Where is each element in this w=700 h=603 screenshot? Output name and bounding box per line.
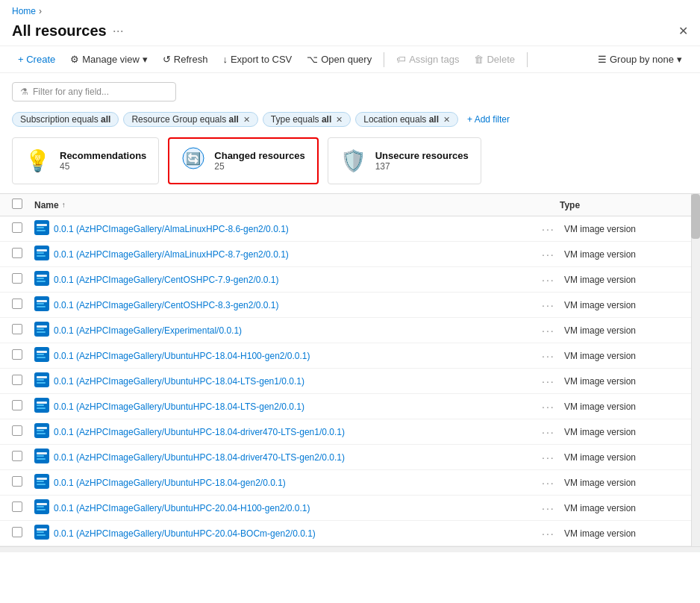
manage-view-chevron: ▾ bbox=[143, 54, 148, 65]
svg-rect-32 bbox=[37, 404, 44, 406]
recommendations-card[interactable]: 💡 Recommendations 45 bbox=[12, 137, 159, 184]
select-all-checkbox[interactable] bbox=[12, 199, 22, 209]
changed-resources-card[interactable]: 🔄 Changed resources 25 bbox=[168, 137, 318, 184]
row-name[interactable]: 0.0.1 (AzHPCImageGallery/CentOSHPC-8.3-g… bbox=[54, 300, 542, 310]
row-name[interactable]: 0.0.1 (AzHPCImageGallery/UbuntuHPC-18.04… bbox=[54, 376, 542, 387]
group-by-button[interactable]: ☰ Group by none ▾ bbox=[592, 51, 688, 68]
row-icon-cell bbox=[34, 347, 49, 364]
row-context-dots[interactable]: ··· bbox=[542, 426, 564, 438]
delete-button[interactable]: 🗑 Delete bbox=[468, 51, 521, 68]
svg-rect-13 bbox=[37, 281, 46, 282]
filter-input[interactable]: ⚗ Filter for any field... bbox=[12, 82, 176, 101]
row-context-dots[interactable]: ··· bbox=[542, 452, 564, 463]
row-type: VM image version bbox=[564, 478, 676, 488]
table-row[interactable]: 0.0.1 (AzHPCImageGallery/UbuntuHPC-18.04… bbox=[0, 394, 700, 419]
filter-tag-location-close[interactable]: ✕ bbox=[443, 115, 450, 125]
row-context-dots[interactable]: ··· bbox=[542, 528, 564, 540]
row-checkbox[interactable] bbox=[12, 349, 22, 360]
horizontal-scrollbar[interactable] bbox=[0, 546, 700, 552]
row-checkbox[interactable] bbox=[12, 400, 22, 410]
svg-rect-53 bbox=[37, 534, 46, 536]
row-checkbox-cell bbox=[12, 502, 34, 514]
unsecure-resources-title: Unsecure resources bbox=[375, 150, 469, 161]
row-checkbox[interactable] bbox=[12, 222, 22, 233]
scrollbar-thumb[interactable] bbox=[691, 194, 700, 239]
manage-view-label: Manage view bbox=[82, 54, 140, 65]
trash-icon: 🗑 bbox=[474, 54, 484, 65]
table-row[interactable]: 0.0.1 (AzHPCImageGallery/UbuntuHPC-18.04… bbox=[0, 445, 700, 470]
refresh-label: Refresh bbox=[174, 54, 208, 65]
page-title-ellipsis[interactable]: ··· bbox=[113, 23, 124, 39]
table-row[interactable]: 0.0.1 (AzHPCImageGallery/UbuntuHPC-20.04… bbox=[0, 521, 700, 546]
row-context-dots[interactable]: ··· bbox=[542, 375, 564, 387]
row-checkbox[interactable] bbox=[12, 451, 22, 461]
svg-rect-37 bbox=[37, 433, 46, 434]
row-name[interactable]: 0.0.1 (AzHPCImageGallery/UbuntuHPC-18.04… bbox=[54, 452, 542, 463]
svg-rect-51 bbox=[37, 528, 47, 531]
row-checkbox[interactable] bbox=[12, 375, 22, 385]
unsecure-resources-card[interactable]: 🛡️ Unsecure resources 137 bbox=[328, 137, 481, 184]
row-context-dots[interactable]: ··· bbox=[542, 223, 564, 235]
row-checkbox[interactable] bbox=[12, 248, 22, 258]
row-context-dots[interactable]: ··· bbox=[542, 249, 564, 260]
row-context-dots[interactable]: ··· bbox=[542, 502, 564, 514]
table-row[interactable]: 0.0.1 (AzHPCImageGallery/UbuntuHPC-18.04… bbox=[0, 419, 700, 445]
svg-rect-3 bbox=[37, 224, 47, 226]
row-name[interactable]: 0.0.1 (AzHPCImageGallery/UbuntuHPC-18.04… bbox=[54, 427, 542, 437]
header-name[interactable]: Name ↑ bbox=[34, 200, 560, 210]
row-name[interactable]: 0.0.1 (AzHPCImageGallery/AlmaLinuxHPC-8.… bbox=[54, 249, 542, 260]
row-checkbox[interactable] bbox=[12, 502, 22, 512]
table-row[interactable]: 0.0.1 (AzHPCImageGallery/Experimental/0.… bbox=[0, 318, 700, 343]
add-filter-button[interactable]: + Add filter bbox=[463, 113, 514, 126]
filter-tag-type-close[interactable]: ✕ bbox=[336, 115, 343, 125]
assign-tags-button[interactable]: 🏷 Assign tags bbox=[390, 51, 465, 68]
row-context-dots[interactable]: ··· bbox=[542, 299, 564, 311]
close-button[interactable]: ✕ bbox=[678, 24, 688, 38]
table-row[interactable]: 0.0.1 (AzHPCImageGallery/CentOSHPC-7.9-g… bbox=[0, 267, 700, 293]
table-row[interactable]: 0.0.1 (AzHPCImageGallery/UbuntuHPC-18.04… bbox=[0, 470, 700, 496]
row-name[interactable]: 0.0.1 (AzHPCImageGallery/CentOSHPC-7.9-g… bbox=[54, 275, 542, 285]
manage-view-button[interactable]: ⚙ Manage view ▾ bbox=[64, 51, 154, 68]
row-context-dots[interactable]: ··· bbox=[542, 350, 564, 362]
group-by-label: Group by none bbox=[610, 54, 674, 65]
row-checkbox[interactable] bbox=[12, 324, 22, 334]
row-icon-cell bbox=[34, 220, 49, 237]
table-row[interactable]: 0.0.1 (AzHPCImageGallery/CentOSHPC-8.3-g… bbox=[0, 293, 700, 318]
row-name[interactable]: 0.0.1 (AzHPCImageGallery/UbuntuHPC-18.04… bbox=[54, 402, 542, 412]
row-checkbox[interactable] bbox=[12, 527, 22, 537]
row-context-dots[interactable]: ··· bbox=[542, 325, 564, 337]
refresh-button[interactable]: ↺ Refresh bbox=[157, 51, 214, 68]
row-checkbox-cell bbox=[12, 375, 34, 387]
breadcrumb-home[interactable]: Home bbox=[12, 6, 36, 16]
row-checkbox[interactable] bbox=[12, 476, 22, 487]
table-row[interactable]: 0.0.1 (AzHPCImageGallery/AlmaLinuxHPC-8.… bbox=[0, 216, 700, 242]
create-button[interactable]: + Create bbox=[12, 51, 61, 68]
row-checkbox[interactable] bbox=[12, 273, 22, 284]
filter-tag-resource-group-label: Resource Group equals all bbox=[131, 114, 238, 125]
table-row[interactable]: 0.0.1 (AzHPCImageGallery/UbuntuHPC-18.04… bbox=[0, 369, 700, 394]
recommendations-text: Recommendations 45 bbox=[60, 150, 146, 172]
recommendations-count: 45 bbox=[60, 161, 146, 172]
row-name[interactable]: 0.0.1 (AzHPCImageGallery/UbuntuHPC-20.04… bbox=[54, 503, 542, 513]
svg-rect-43 bbox=[37, 478, 47, 480]
row-checkbox[interactable] bbox=[12, 299, 22, 309]
table-row[interactable]: 0.0.1 (AzHPCImageGallery/UbuntuHPC-18.04… bbox=[0, 343, 700, 369]
row-name[interactable]: 0.0.1 (AzHPCImageGallery/UbuntuHPC-18.04… bbox=[54, 478, 542, 488]
toolbar: + Create ⚙ Manage view ▾ ↺ Refresh ↓ Exp… bbox=[0, 46, 700, 73]
filter-tag-resource-group-close[interactable]: ✕ bbox=[243, 115, 250, 125]
table-row[interactable]: 0.0.1 (AzHPCImageGallery/UbuntuHPC-20.04… bbox=[0, 496, 700, 521]
row-name[interactable]: 0.0.1 (AzHPCImageGallery/UbuntuHPC-18.04… bbox=[54, 351, 542, 361]
row-checkbox[interactable] bbox=[12, 425, 22, 436]
svg-rect-11 bbox=[37, 275, 47, 277]
row-name[interactable]: 0.0.1 (AzHPCImageGallery/AlmaLinuxHPC-8.… bbox=[54, 224, 542, 234]
vertical-scrollbar[interactable] bbox=[691, 194, 700, 546]
row-context-dots[interactable]: ··· bbox=[542, 477, 564, 489]
row-context-dots[interactable]: ··· bbox=[542, 401, 564, 413]
filter-tag-subscription-label: Subscription equals all bbox=[20, 114, 110, 125]
export-csv-button[interactable]: ↓ Export to CSV bbox=[216, 51, 298, 68]
row-context-dots[interactable]: ··· bbox=[542, 274, 564, 286]
row-name[interactable]: 0.0.1 (AzHPCImageGallery/Experimental/0.… bbox=[54, 325, 542, 336]
table-row[interactable]: 0.0.1 (AzHPCImageGallery/AlmaLinuxHPC-8.… bbox=[0, 242, 700, 267]
open-query-button[interactable]: ⌥ Open query bbox=[301, 51, 378, 68]
row-name[interactable]: 0.0.1 (AzHPCImageGallery/UbuntuHPC-20.04… bbox=[54, 528, 542, 539]
